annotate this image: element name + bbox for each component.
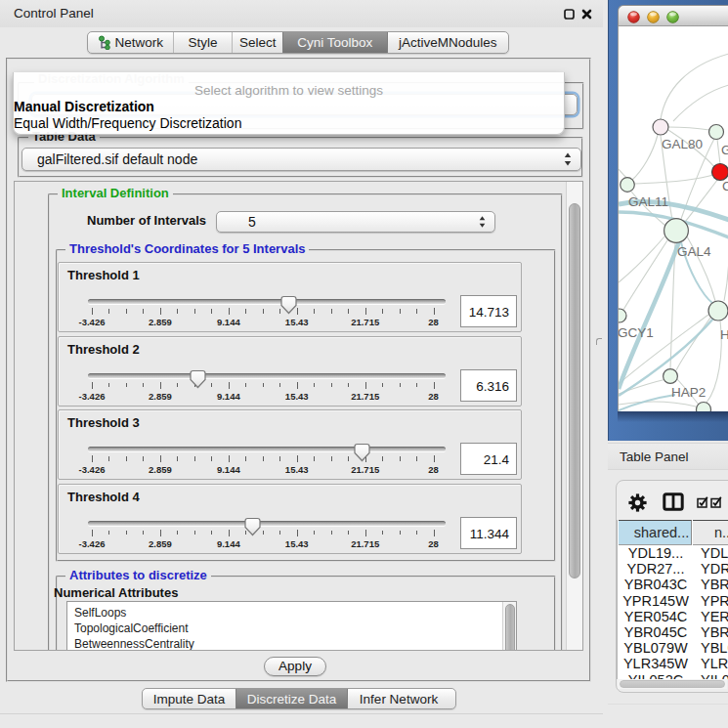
panel-splitter-grip[interactable] [596,338,602,345]
close-traffic-light-icon[interactable] [627,11,640,23]
tab-cyni-toolbox[interactable]: Cyni Toolbox [282,32,387,53]
slider-tick-mark [314,456,315,461]
cell-name[interactable]: YDR2 [701,561,728,577]
minimize-traffic-light-icon[interactable] [647,11,660,23]
slider-tick-mark [126,531,127,535]
slider-tick-marks [92,455,434,463]
cell-name[interactable]: YDL1 [701,545,728,561]
table-row[interactable]: YBL079WYBL0 [618,640,728,656]
settings-scrollbar-thumb[interactable] [569,203,580,578]
checkbox-icon-2[interactable] [710,496,722,508]
table-row[interactable]: YDL19...YDL1 [618,545,728,561]
slider-tick-label: 21.715 [351,538,379,549]
tab-select[interactable]: Select [232,32,282,53]
table-row[interactable]: YER054CYER0 [618,609,728,624]
zoom-traffic-light-icon[interactable] [666,11,679,23]
checkbox-icon-1[interactable] [697,496,708,508]
apply-button[interactable]: Apply [264,657,326,676]
algorithm-option-manual[interactable]: Manual Discretization [14,99,154,114]
slider-tick-mark [416,309,417,314]
bottom-tabbar: Impute Data Discretize Data Infer Networ… [142,688,456,709]
slider-tick-label: 9.144 [217,391,240,402]
table-row[interactable]: YDR27...YDR2 [618,561,728,577]
cell-shared-name[interactable]: YBL079W [620,640,692,656]
cell-shared-name[interactable]: YBR043C [620,577,692,592]
slider-tick-labels: -3.4262.8599.14415.4321.71528 [92,464,434,476]
slider-tick-mark [194,309,195,314]
table-horizontal-scrollbar[interactable] [618,679,727,689]
cell-name[interactable]: YIL0 [701,672,728,680]
split-panel-icon[interactable] [663,492,684,512]
tab-style[interactable]: Style [173,32,233,53]
column-header-name[interactable]: n... [693,520,728,545]
number-of-intervals-combobox[interactable]: 5 [216,211,495,233]
tab-infer-network[interactable]: Infer Network [347,689,450,708]
cell-name[interactable]: YER0 [701,609,728,624]
column-header-shared-name[interactable]: shared... [619,520,692,545]
threshold-3-label: Threshold 3 [67,415,140,430]
numerical-attributes-list[interactable]: SelfLoopsTopologicalCoefficientBetweenne… [66,601,517,651]
table-row[interactable]: YBR043CYBR0 [618,577,728,592]
table-row[interactable]: YLR345WYLR3 [618,656,728,671]
gear-icon[interactable] [628,493,647,512]
tab-impute-data[interactable]: Impute Data [143,689,236,708]
slider-tick-mark [126,383,127,388]
threshold-2-slider-thumb[interactable] [190,369,206,389]
network-window-titlebar[interactable] [618,5,728,26]
node-label-gal11: GAL11 [628,194,668,209]
number-of-intervals-label: Number of Intervals [87,213,206,228]
cell-shared-name[interactable]: YDR27... [620,561,692,577]
node-attribute-table[interactable]: shared... n... YDL19...YDL1YDR27...YDR2Y… [617,520,728,679]
attribute-list-item[interactable]: TopologicalCoefficient [67,621,516,636]
threshold-2-value-field[interactable]: 6.316 [460,369,517,402]
slider-tick-mark [229,382,230,389]
threshold-3-slider-track[interactable] [88,447,446,451]
slider-tick-mark [263,309,264,314]
slider-tick-mark [434,455,435,462]
table-hscrollbar-thumb[interactable] [620,680,725,688]
threshold-1-value-field[interactable]: 14.713 [460,295,517,327]
attributes-scrollbar-thumb[interactable] [505,604,515,651]
threshold-4-slider-thumb[interactable] [244,517,261,536]
attributes-list-scrollbar[interactable] [502,602,516,651]
settings-vertical-scrollbar[interactable] [566,182,582,650]
attribute-list-item[interactable]: SelfLoops [67,602,516,621]
cell-shared-name[interactable]: YER054C [620,609,692,624]
table-row[interactable]: YPR145WYPR1 [618,593,728,609]
slider-tick-mark [143,309,144,314]
threshold-4-value-field[interactable]: 11.344 [460,517,517,549]
threshold-2-slider-track[interactable] [88,373,446,378]
threshold-4-slider-track[interactable] [88,521,446,526]
float-window-icon[interactable] [564,9,575,20]
threshold-1-slider-thumb[interactable] [280,295,297,315]
cell-name[interactable]: YBR0 [701,577,728,592]
cell-shared-name[interactable]: YPR145W [620,593,692,609]
cell-shared-name[interactable]: YBR045C [620,624,692,640]
threshold-3-slider-thumb[interactable] [354,443,370,462]
attributes-group-title: Attributes to discretize [65,568,211,582]
cell-name[interactable]: YBR0 [701,624,728,640]
table-data-combobox[interactable]: galFiltered.sif default node [21,148,581,171]
slider-tick-label: 28 [428,464,439,475]
tab-jactivemnodules[interactable]: jActiveMNodules [387,32,508,53]
tab-network[interactable]: Network [88,32,173,53]
cell-shared-name[interactable]: YDL19... [620,545,692,561]
cell-shared-name[interactable]: YIL052C [620,672,692,680]
cell-shared-name[interactable]: YLR345W [620,656,692,671]
node-label-partial-c: C [722,179,728,193]
slider-tick-mark [108,309,109,314]
cell-name[interactable]: YBL0 [701,640,728,656]
threshold-1-slider-track[interactable] [88,299,446,304]
cell-name[interactable]: YLR3 [701,656,728,671]
algorithm-option-equal-width[interactable]: Equal Width/Frequency Discretization [14,115,241,131]
cell-name[interactable]: YPR1 [701,593,728,609]
threshold-3-value-field[interactable]: 21.4 [460,443,517,475]
network-view-canvas[interactable]: GAL80 GAL11 GAL4 GCY1 HAP2 GA C H [618,26,728,411]
node-red [712,164,728,181]
table-row[interactable]: YBR045CYBR0 [618,624,728,640]
attribute-list-item[interactable]: BetweennessCentrality [67,636,516,651]
table-row[interactable]: YIL052CYIL0 [618,672,728,680]
threshold-4-panel: Threshold 4-3.4262.8599.14415.4321.71528… [58,484,522,554]
close-window-icon[interactable] [581,9,592,20]
tab-discretize-data[interactable]: Discretize Data [236,689,347,708]
